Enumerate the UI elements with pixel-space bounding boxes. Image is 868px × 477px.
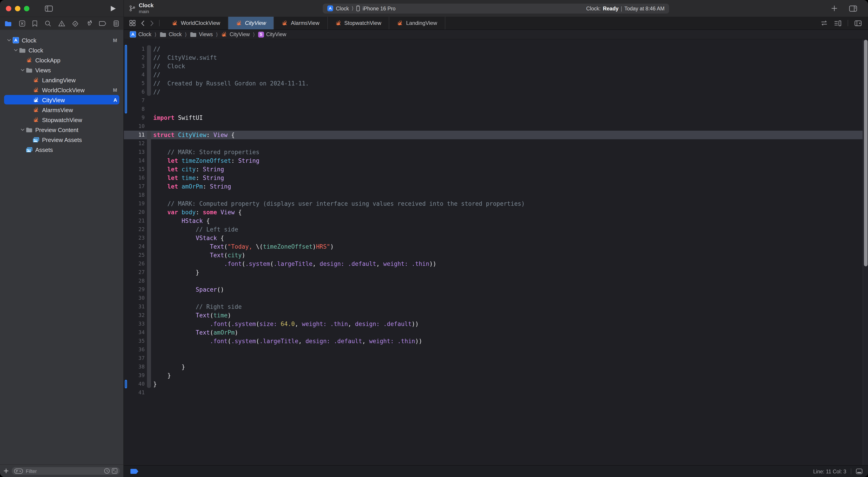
line-number[interactable]: 38 bbox=[124, 363, 145, 371]
disclosure-chevron-icon[interactable] bbox=[13, 49, 19, 52]
zoom-window-button[interactable] bbox=[24, 6, 29, 11]
code-line-18: 18 bbox=[124, 191, 868, 199]
issues-navigator-icon[interactable] bbox=[58, 20, 65, 27]
band2: WorldClockViewCityViewAlarmsViewStopwatc… bbox=[0, 17, 868, 30]
go-forward-icon[interactable] bbox=[150, 20, 154, 26]
disclosure-chevron-icon[interactable] bbox=[20, 128, 25, 131]
run-button[interactable] bbox=[110, 5, 116, 11]
tests-navigator-icon[interactable] bbox=[72, 20, 79, 27]
disclosure-chevron-icon[interactable] bbox=[6, 38, 12, 42]
vertical-scrollbar-thumb[interactable] bbox=[864, 40, 868, 266]
toggle-left-sidebar-icon[interactable] bbox=[45, 5, 53, 11]
token: )) bbox=[415, 338, 422, 345]
tab-AlarmsView[interactable]: AlarmsView bbox=[274, 17, 328, 29]
close-window-button[interactable] bbox=[6, 6, 11, 11]
reports-navigator-icon[interactable] bbox=[114, 20, 119, 27]
source-control-navigator-icon[interactable] bbox=[19, 20, 25, 27]
line-number[interactable]: 20 bbox=[124, 208, 145, 216]
sidebar-item-ClockApp[interactable]: ClockApp bbox=[0, 55, 123, 65]
line-number[interactable]: 24 bbox=[124, 242, 145, 251]
source-editor[interactable]: 1//2// CityView.swift3// Clock4//5// Cre… bbox=[124, 39, 868, 465]
scheme-selector[interactable]: Clock main bbox=[124, 3, 153, 14]
line-number[interactable]: 33 bbox=[124, 320, 145, 328]
tab-WorldClockView[interactable]: WorldClockView bbox=[164, 17, 228, 29]
line-number[interactable]: 11 bbox=[124, 131, 145, 139]
line-number[interactable]: 27 bbox=[124, 268, 145, 277]
project-navigator-icon[interactable] bbox=[4, 21, 12, 26]
debug-navigator-icon[interactable] bbox=[86, 20, 92, 27]
code-fold-ribbon[interactable] bbox=[147, 131, 151, 388]
filter-input[interactable] bbox=[25, 468, 104, 474]
sidebar-item-Preview-Assets[interactable]: Preview Assets bbox=[0, 135, 123, 145]
tab-StopwatchView[interactable]: StopwatchView bbox=[328, 17, 390, 29]
sidebar-item-LandingView[interactable]: LandingView bbox=[0, 75, 123, 85]
recent-files-filter-icon[interactable] bbox=[104, 468, 110, 474]
line-number[interactable]: 34 bbox=[124, 328, 145, 337]
activity-status-bar[interactable]: Clock ⟩ iPhone 16 Pro Clock: Ready | Tod… bbox=[323, 3, 669, 13]
breakpoints-toggle-icon[interactable] bbox=[130, 469, 139, 474]
sidebar-item-Clock[interactable]: Clock bbox=[0, 45, 123, 55]
jumpbar-item-CityView[interactable]: CityView bbox=[221, 31, 250, 37]
sidebar-item-WorldClockView[interactable]: WorldClockViewM bbox=[0, 85, 123, 95]
go-back-icon[interactable] bbox=[141, 20, 145, 26]
swift-icon bbox=[32, 87, 40, 93]
jumpbar-item-Clock[interactable]: Clock bbox=[160, 31, 182, 37]
vertical-scrollbar-track[interactable] bbox=[863, 39, 868, 465]
sidebar-item-StopwatchView[interactable]: StopwatchView bbox=[0, 115, 123, 125]
line-number[interactable]: 30 bbox=[124, 294, 145, 302]
line-number[interactable]: 19 bbox=[124, 199, 145, 208]
tab-overview-icon[interactable] bbox=[129, 20, 135, 26]
line-number[interactable]: 41 bbox=[124, 388, 145, 397]
swap-editor-icon[interactable] bbox=[820, 20, 828, 26]
line-number[interactable]: 32 bbox=[124, 311, 145, 320]
add-file-button[interactable] bbox=[4, 469, 8, 473]
line-number[interactable]: 23 bbox=[124, 234, 145, 242]
adjust-editor-options-icon[interactable] bbox=[834, 20, 841, 26]
bookmarks-navigator-icon[interactable] bbox=[32, 20, 38, 27]
tab-CityView[interactable]: CityView bbox=[228, 17, 274, 29]
sidebar-item-Assets[interactable]: Assets bbox=[0, 145, 123, 155]
sidebar-item-Views[interactable]: Views bbox=[0, 65, 123, 75]
line-number[interactable]: 26 bbox=[124, 260, 145, 268]
line-number[interactable]: 18 bbox=[124, 191, 145, 199]
sidebar-item-AlarmsView[interactable]: AlarmsView bbox=[0, 105, 123, 115]
sidebar-item-Preview-Content[interactable]: Preview Content bbox=[0, 125, 123, 135]
find-navigator-icon[interactable] bbox=[45, 20, 51, 27]
line-number[interactable]: 15 bbox=[124, 165, 145, 174]
jumpbar-label: Clock bbox=[138, 32, 151, 37]
toggle-bottom-bar-icon[interactable] bbox=[856, 469, 863, 474]
jumpbar-item-Views[interactable]: Views bbox=[190, 31, 213, 37]
folder-icon bbox=[190, 31, 197, 37]
line-number[interactable]: 36 bbox=[124, 346, 145, 354]
minimize-window-button[interactable] bbox=[15, 6, 20, 11]
line-number[interactable]: 16 bbox=[124, 174, 145, 182]
line-number[interactable]: 10 bbox=[124, 122, 145, 131]
filter-field[interactable] bbox=[12, 467, 120, 475]
jumpbar-item-CityView[interactable]: SCityView bbox=[258, 31, 286, 37]
line-number[interactable]: 21 bbox=[124, 216, 145, 225]
disclosure-chevron-icon[interactable] bbox=[20, 68, 25, 72]
line-number[interactable]: 25 bbox=[124, 251, 145, 260]
line-number[interactable]: 14 bbox=[124, 156, 145, 165]
tab-LandingView[interactable]: LandingView bbox=[390, 17, 445, 29]
line-number[interactable]: 35 bbox=[124, 337, 145, 346]
sidebar-item-Clock[interactable]: ClockM bbox=[0, 35, 123, 45]
line-number[interactable]: 17 bbox=[124, 182, 145, 191]
jumpbar-item-Clock[interactable]: Clock bbox=[130, 31, 151, 37]
line-number[interactable]: 39 bbox=[124, 371, 145, 380]
line-number[interactable]: 22 bbox=[124, 225, 145, 234]
line-number[interactable]: 37 bbox=[124, 354, 145, 363]
line-number[interactable]: 12 bbox=[124, 139, 145, 148]
source-control-filter-icon[interactable] bbox=[112, 468, 118, 474]
add-editor-icon[interactable] bbox=[855, 20, 862, 26]
line-number[interactable]: 29 bbox=[124, 285, 145, 294]
sidebar-item-CityView[interactable]: CityViewA bbox=[0, 95, 123, 105]
line-number[interactable]: 31 bbox=[124, 302, 145, 311]
add-library-icon[interactable] bbox=[831, 5, 837, 11]
code-fold-ribbon[interactable] bbox=[147, 45, 151, 96]
breakpoints-navigator-icon[interactable] bbox=[99, 21, 106, 26]
toggle-right-sidebar-icon[interactable] bbox=[849, 5, 857, 11]
line-number[interactable]: 28 bbox=[124, 277, 145, 285]
line-number[interactable]: 13 bbox=[124, 148, 145, 156]
line-number[interactable]: 9 bbox=[124, 114, 145, 122]
